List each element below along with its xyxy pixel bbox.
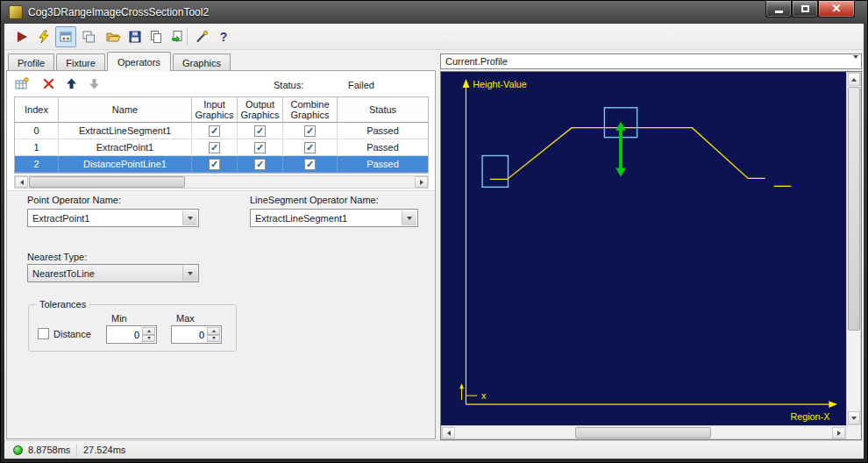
tool-edit-window: Cog3DRangeImageCrossSectionTool2 ✕ — [0, 0, 868, 463]
import-button[interactable] — [167, 26, 188, 47]
scroll-left-icon — [447, 431, 451, 436]
col-header-output-graphics[interactable]: Output Graphics — [238, 97, 283, 123]
scroll-thumb[interactable] — [575, 427, 711, 438]
dropdown-button — [182, 210, 197, 225]
window-title: Cog3DRangeImageCrossSectionTool2 — [28, 6, 209, 18]
tab-profile[interactable]: Profile — [8, 53, 54, 71]
execution-time: 8.8758ms — [28, 445, 70, 455]
distance-arrow-head-top — [615, 122, 626, 131]
chevron-down-icon — [188, 272, 193, 275]
col-header-name[interactable]: Name — [59, 97, 192, 123]
statusbar-divider — [76, 444, 77, 457]
scroll-left-button[interactable] — [15, 176, 28, 188]
col-header-combine-graphics[interactable]: Combine Graphics — [283, 97, 338, 123]
linesegment-operator-combobox[interactable]: ExtractLineSegment1 — [250, 209, 418, 227]
scroll-right-button[interactable] — [415, 176, 428, 188]
output-graphics-checkbox[interactable]: ✓ — [254, 159, 266, 170]
add-operator-button[interactable] — [12, 75, 32, 92]
search-region-0[interactable] — [482, 156, 508, 188]
cell-combine-graphics: ✓ — [283, 139, 338, 156]
nearest-type-combobox[interactable]: NearestToLine — [27, 264, 199, 282]
move-operator-up-button[interactable] — [61, 75, 81, 92]
maximize-button[interactable] — [792, 1, 818, 18]
run-button[interactable] — [11, 26, 32, 47]
cell-input-graphics: ✓ — [192, 156, 238, 173]
spin-up-icon — [212, 330, 216, 332]
input-graphics-checkbox[interactable]: ✓ — [209, 142, 220, 153]
floppy-icon — [128, 30, 142, 44]
display-record-combobox[interactable]: Current.Profile — [440, 53, 862, 69]
plot-v-scrollbar — [846, 72, 861, 425]
table-h-scrollbar — [14, 175, 429, 189]
combine-graphics-checkbox[interactable]: ✓ — [304, 142, 316, 153]
spin-buttons — [142, 327, 155, 342]
distance-tolerance-checkbox[interactable] — [38, 328, 49, 339]
delete-operator-button[interactable] — [39, 75, 58, 92]
linesegment-operator-label: LineSegment Operator Name: — [250, 195, 379, 205]
input-graphics-checkbox[interactable]: ✓ — [209, 159, 220, 170]
tolerances-groupbox: Tolerances Distance Min Max — [28, 304, 237, 352]
minimize-button[interactable] — [765, 1, 792, 18]
windows-icon — [82, 30, 96, 44]
close-button[interactable]: ✕ — [818, 1, 855, 18]
col-header-status[interactable]: Status — [338, 97, 428, 123]
open-button[interactable] — [103, 26, 124, 47]
output-graphics-checkbox[interactable]: ✓ — [254, 125, 266, 137]
spin-up-button[interactable] — [142, 327, 155, 335]
copy-icon — [149, 30, 163, 44]
import-arrow-icon — [170, 30, 184, 44]
spin-down-button[interactable] — [142, 335, 155, 343]
scroll-left-button[interactable] — [442, 427, 455, 438]
plot-h-scrollbar — [441, 425, 846, 439]
spin-up-button[interactable] — [207, 327, 220, 335]
cell-name: DistancePointLine1 — [59, 156, 192, 173]
titlebar[interactable]: Cog3DRangeImageCrossSectionTool2 ✕ — [1, 1, 867, 24]
tab-graphics[interactable]: Graphics — [173, 53, 231, 71]
scroll-down-button[interactable] — [848, 411, 860, 424]
cell-status: Passed — [338, 156, 428, 173]
status-label: Status: — [274, 80, 303, 90]
profile-display-area: Height-Value Region-X x — [440, 71, 862, 440]
cell-name: ExtractLineSegment1 — [59, 123, 192, 139]
electrode-button[interactable] — [191, 26, 212, 47]
trigger-button[interactable] — [33, 26, 54, 47]
tab-operators[interactable]: Operators — [107, 52, 171, 71]
status-value: Failed — [348, 80, 374, 90]
spin-down-button[interactable] — [207, 335, 220, 343]
save-button[interactable] — [125, 26, 146, 47]
table-row[interactable]: 0 ExtractLineSegment1 ✓ ✓ ✓ Passed — [15, 123, 428, 139]
scroll-up-icon — [851, 78, 857, 82]
min-tolerance-input[interactable] — [108, 327, 141, 342]
maximize-icon — [801, 5, 809, 12]
scroll-up-button[interactable] — [848, 73, 860, 86]
copy-results-button[interactable] — [146, 26, 167, 47]
cell-combine-graphics: ✓ — [283, 156, 338, 173]
nearest-type-value: NearestToLine — [32, 268, 95, 279]
scroll-right-button[interactable] — [832, 427, 845, 438]
arrow-down-icon — [88, 77, 101, 90]
combine-graphics-checkbox[interactable]: ✓ — [304, 125, 316, 137]
table-row[interactable]: 1 ExtractPoint1 ✓ ✓ ✓ Passed — [15, 139, 428, 156]
move-operator-down-button[interactable] — [84, 75, 103, 92]
col-header-index[interactable]: Index — [15, 97, 59, 123]
input-graphics-checkbox[interactable]: ✓ — [209, 125, 220, 137]
profile-plot-canvas[interactable]: Height-Value Region-X x — [441, 72, 846, 425]
table-row-selected[interactable]: 2 DistancePointLine1 ✓ ✓ ✓ Passed — [15, 156, 428, 173]
tab-fixture[interactable]: Fixture — [56, 53, 105, 71]
point-operator-value: ExtractPoint1 — [32, 213, 89, 224]
show-current-record-button[interactable] — [78, 26, 99, 47]
point-operator-combobox[interactable]: ExtractPoint1 — [27, 209, 199, 227]
x-axis-arrowhead — [829, 401, 837, 408]
min-tolerance-spinner — [106, 325, 157, 344]
scroll-thumb[interactable] — [29, 176, 185, 188]
help-button[interactable]: ? — [213, 26, 234, 47]
cell-name: ExtractPoint1 — [59, 139, 192, 156]
col-header-input-graphics[interactable]: Input Graphics — [192, 97, 238, 123]
output-graphics-checkbox[interactable]: ✓ — [254, 142, 266, 153]
chevron-down-icon — [188, 217, 193, 220]
max-tolerance-input[interactable] — [173, 327, 206, 342]
combine-graphics-checkbox[interactable]: ✓ — [304, 159, 316, 170]
scroll-thumb[interactable] — [848, 87, 860, 331]
nearest-type-label: Nearest Type: — [27, 252, 87, 262]
show-results-grid-button[interactable] — [55, 26, 76, 47]
